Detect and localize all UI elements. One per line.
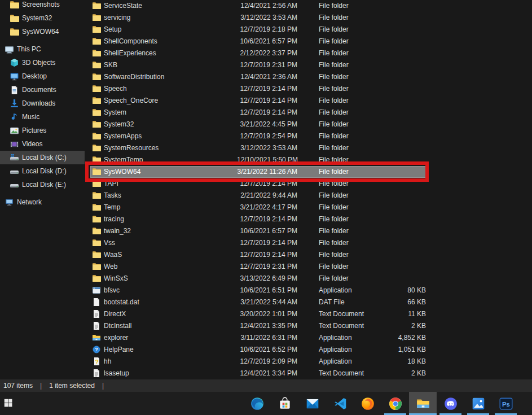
start-button[interactable] [0, 392, 27, 415]
taskbar-button-visual-studio-code[interactable] [326, 392, 354, 415]
file-row-softwaredistribution[interactable]: SoftwareDistribution12/4/2021 2:36 AMFil… [85, 71, 532, 83]
taskbar-button-microsoft-store[interactable] [271, 392, 298, 415]
file-row-vss[interactable]: Vss12/7/2019 2:14 PMFile folder [85, 237, 532, 249]
file-row-systemresources[interactable]: SystemResources3/12/2022 3:53 AMFile fol… [85, 142, 532, 154]
taskbar-button-firefox[interactable] [354, 392, 381, 415]
edge-icon [250, 396, 265, 411]
file-row-setup[interactable]: Setup12/7/2019 2:18 PMFile folder [85, 24, 532, 36]
file-date-modified: 3/21/2022 11:26 AM [237, 166, 297, 178]
firefox-icon [360, 396, 375, 411]
items-count: 107 items [3, 382, 33, 390]
screen: ScreenshotsSystem32SysWOW64This PC3D Obj… [0, 0, 532, 415]
folder-icon [92, 143, 101, 152]
file-row-servicestate[interactable]: ServiceState12/4/2021 2:56 AMFile folder [85, 0, 532, 12]
file-date-modified: 12/7/2019 2:14 PM [237, 83, 297, 95]
file-row-speech-onecore[interactable]: Speech_OneCore12/7/2019 2:14 PMFile fold… [85, 95, 532, 107]
file-row-temp[interactable]: Temp3/21/2022 4:17 PMFile folder [85, 202, 532, 213]
sidebar-item-this-pc[interactable]: This PC [0, 42, 85, 56]
file-row-bfsvc[interactable]: bfsvc10/6/2021 6:51 PMApplication80 KB [85, 285, 532, 296]
file-row-bootstat-dat[interactable]: bootstat.dat3/21/2022 5:44 AMDAT File66 … [85, 296, 532, 308]
file-list: ServiceState12/4/2021 2:56 AMFile folder… [85, 0, 532, 379]
sidebar-item-documents[interactable]: Documents [0, 83, 85, 97]
file-row-directx[interactable]: DirectX3/20/2022 1:01 PMText Document11 … [85, 308, 532, 320]
file-row-waas[interactable]: WaaS12/7/2019 2:14 PMFile folder [85, 249, 532, 261]
file-row-systemtemp[interactable]: SystemTemp12/10/2021 5:50 PMFile folder [85, 154, 532, 166]
sidebar-item-syswow64[interactable]: SysWOW64 [0, 25, 85, 38]
file-date-modified: 12/7/2019 2:14 PM [237, 249, 297, 261]
file-row-helppane[interactable]: ?HelpPane10/6/2021 6:52 PMApplication1,0… [85, 344, 532, 356]
file-type: File folder [319, 261, 349, 273]
file-name: explorer [104, 332, 128, 344]
file-date-modified: 12/4/2021 3:34 PM [237, 368, 297, 379]
taskbar-button-discord[interactable] [437, 392, 464, 415]
file-row-lsasetup[interactable]: lsasetup12/4/2021 3:34 PMText Document2 … [85, 368, 532, 379]
file-row-explorer[interactable]: explorer3/11/2022 6:31 PMApplication4,85… [85, 332, 532, 344]
file-row-web[interactable]: Web12/7/2019 2:31 PMFile folder [85, 261, 532, 273]
drive-icon [10, 167, 19, 176]
file-row-tasks[interactable]: Tasks2/21/2022 9:44 AMFile folder [85, 190, 532, 202]
file-row-skb[interactable]: SKB12/7/2019 2:31 PMFile folder [85, 59, 532, 71]
folder-icon [92, 238, 101, 247]
taskbar-button-chrome[interactable] [381, 392, 409, 415]
sidebar-item-local-disk-e[interactable]: Local Disk (E:) [0, 178, 85, 191]
file-date-modified: 10/6/2021 6:51 PM [237, 285, 297, 296]
taskbar-button-file-explorer[interactable] [409, 392, 437, 415]
file-type: File folder [319, 273, 349, 285]
file-name: Speech_OneCore [104, 95, 158, 107]
taskbar: Ps [0, 392, 532, 415]
taskbar-button-photos[interactable] [464, 392, 492, 415]
this-pc-icon [5, 45, 14, 54]
sidebar-item-screenshots[interactable]: Screenshots [0, 0, 85, 11]
file-type: File folder [319, 202, 349, 213]
file-row-shellcomponents[interactable]: ShellComponents10/6/2021 6:57 PMFile fol… [85, 36, 532, 47]
sidebar-item-videos[interactable]: Videos [0, 137, 85, 151]
file-date-modified: 12/4/2021 3:35 PM [237, 320, 297, 332]
file-date-modified: 12/7/2019 2:18 PM [237, 24, 297, 36]
file-row-systemapps[interactable]: SystemApps12/7/2019 2:54 PMFile folder [85, 130, 532, 142]
folder-icon [92, 262, 101, 271]
file-row-winsxs[interactable]: WinSxS3/13/2022 6:49 PMFile folder [85, 273, 532, 285]
sidebar-item-local-disk-d[interactable]: Local Disk (D:) [0, 164, 85, 178]
taskbar-button-photoshop[interactable]: Ps [492, 392, 520, 415]
file-date-modified: 3/21/2022 5:44 AM [237, 296, 297, 308]
file-date-modified: 10/6/2021 6:57 PM [237, 36, 297, 47]
file-row-servicing[interactable]: servicing3/12/2022 3:53 AMFile folder [85, 12, 532, 24]
file-explorer-window: ScreenshotsSystem32SysWOW64This PC3D Obj… [0, 0, 532, 392]
sidebar-item-pictures[interactable]: Pictures [0, 124, 85, 137]
taskbar-button-microsoft-edge[interactable] [243, 392, 271, 415]
file-row-hh[interactable]: ?hh12/7/2019 2:09 PMApplication18 KB [85, 356, 532, 368]
sidebar-item-downloads[interactable]: Downloads [0, 97, 85, 110]
folder-icon [92, 13, 101, 22]
sidebar-item-label: Desktop [22, 72, 47, 80]
file-size: 11 KB [341, 308, 426, 320]
sidebar-item-3d-objects[interactable]: 3D Objects [0, 56, 85, 69]
sidebar-item-music[interactable]: Music [0, 110, 85, 124]
sidebar-item-label: System32 [22, 14, 52, 22]
file-name: TAPI [104, 178, 118, 190]
file-row-syswow64[interactable]: SysWOW643/21/2022 11:26 AMFile folder [85, 166, 532, 178]
file-row-system32[interactable]: System323/21/2022 4:45 PMFile folder [85, 119, 532, 130]
mail-icon [305, 396, 320, 411]
status-divider: | [40, 382, 42, 390]
file-date-modified: 12/7/2019 2:14 PM [237, 107, 297, 119]
sidebar-item-system32[interactable]: System32 [0, 11, 85, 25]
file-row-speech[interactable]: Speech12/7/2019 2:14 PMFile folder [85, 83, 532, 95]
file-row-shellexperiences[interactable]: ShellExperiences2/12/2022 3:37 PMFile fo… [85, 47, 532, 59]
file-row-twain-32[interactable]: twain_3210/6/2021 6:57 PMFile folder [85, 225, 532, 237]
taskbar-button-mail[interactable] [298, 392, 326, 415]
sidebar-item-label: SysWOW64 [22, 28, 59, 36]
text-icon [92, 321, 101, 330]
file-row-tapi[interactable]: TAPI12/7/2019 2:14 PMFile folder [85, 178, 532, 190]
file-row-system[interactable]: System12/7/2019 2:14 PMFile folder [85, 107, 532, 119]
file-row-tracing[interactable]: tracing12/7/2019 2:14 PMFile folder [85, 213, 532, 225]
file-type: File folder [319, 71, 349, 83]
sidebar-item-local-disk-c[interactable]: Local Disk (C:) [0, 151, 85, 164]
file-type: File folder [319, 154, 349, 166]
folder-icon [92, 120, 101, 129]
sidebar-item-desktop[interactable]: Desktop [0, 69, 85, 83]
sidebar-item-label: Network [17, 198, 42, 206]
sidebar-item-network[interactable]: Network [0, 195, 85, 209]
file-date-modified: 12/7/2019 2:14 PM [237, 213, 297, 225]
text-icon [92, 369, 101, 378]
file-row-dtcinstall[interactable]: DtcInstall12/4/2021 3:35 PMText Document… [85, 320, 532, 332]
